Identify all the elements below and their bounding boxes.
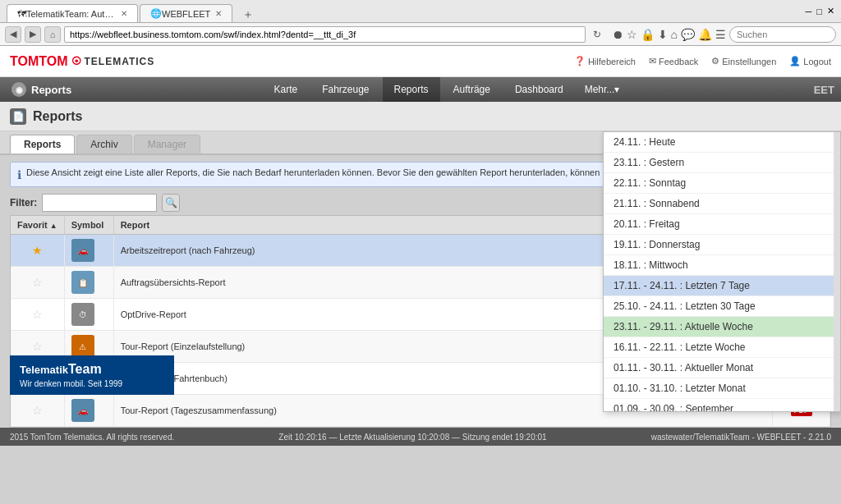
notification-icon[interactable]: 🔔 bbox=[698, 28, 712, 41]
back-button[interactable]: ◀ bbox=[5, 26, 21, 43]
home-button[interactable]: ⌂ bbox=[44, 26, 61, 43]
dropdown-date-item[interactable]: 22.11. : Sonntag bbox=[604, 173, 840, 194]
favorit-cell[interactable]: ☆ bbox=[11, 267, 64, 299]
chat-icon[interactable]: 💬 bbox=[681, 28, 695, 41]
tab-archiv[interactable]: Archiv bbox=[76, 135, 131, 153]
webfleet-text: EET bbox=[807, 77, 841, 102]
favorit-cell[interactable]: ★ bbox=[11, 235, 64, 267]
hilfebereich-link[interactable]: ❓ Hilfebereich bbox=[574, 56, 636, 66]
browser-titlebar: 🗺 TelematikTeam: Automotive T... ✕ 🌐 WEB… bbox=[0, 0, 841, 23]
tab2-favicon: 🌐 bbox=[150, 8, 162, 19]
tab1-label: TelematikTeam: Automotive T... bbox=[26, 9, 116, 19]
star-icon[interactable]: ★ bbox=[32, 244, 43, 257]
browser-search-input[interactable] bbox=[729, 26, 836, 43]
tab-manager: Manager bbox=[134, 135, 200, 153]
app-header: TOMTOM ⦿ TELEMATICS ❓ Hilfebereich ✉ Fee… bbox=[0, 46, 841, 77]
nav-fahrzeuge[interactable]: Fahrzeuge bbox=[310, 77, 380, 102]
download-icon[interactable]: ⬇ bbox=[658, 28, 668, 41]
filter-button[interactable]: 🔍 bbox=[162, 194, 180, 212]
tab1-close[interactable]: ✕ bbox=[121, 9, 127, 18]
content-area: Reports Archiv Manager ℹ Diese Ansicht z… bbox=[0, 131, 841, 428]
dropdown-scrollbar[interactable] bbox=[834, 132, 840, 411]
filter-label: Filter: bbox=[10, 197, 37, 208]
dropdown-date-item[interactable]: 23.11. - 29.11. : Aktuelle Woche bbox=[604, 317, 840, 337]
report-icon: ⏱ bbox=[71, 303, 94, 326]
favorit-cell[interactable]: ☆ bbox=[11, 299, 64, 331]
lock-icon[interactable]: 🔒 bbox=[641, 28, 655, 41]
filter-input[interactable] bbox=[42, 194, 157, 212]
symbol-cell: ⏱ bbox=[64, 299, 113, 331]
nav-karte[interactable]: Karte bbox=[262, 77, 309, 102]
browser-icons: ⏺ ☆ 🔒 ⬇ ⌂ 💬 🔔 ☰ bbox=[612, 28, 726, 41]
dropdown-date-item[interactable]: 01.11. - 30.11. : Aktueller Monat bbox=[604, 358, 840, 378]
tab-reports[interactable]: Reports bbox=[10, 135, 75, 153]
symbol-cell: 🚗 bbox=[64, 235, 113, 267]
maximize-button[interactable]: □ bbox=[816, 7, 822, 16]
report-icon: ⚠ bbox=[71, 335, 94, 358]
record-icon[interactable]: ⏺ bbox=[612, 28, 623, 41]
dropdown-items-container: 24.11. : Heute23.11. : Gestern22.11. : S… bbox=[604, 132, 840, 411]
logout-link[interactable]: 👤 Logout bbox=[789, 56, 831, 66]
favorit-cell[interactable]: ☆ bbox=[11, 395, 64, 427]
dropdown-date-item[interactable]: 25.10. - 24.11. : Letzten 30 Tage bbox=[604, 296, 840, 317]
tab-1[interactable]: 🗺 TelematikTeam: Automotive T... ✕ bbox=[7, 4, 138, 22]
brand-watermark: TelematikTeam Wir denken mobil. Seit 199… bbox=[10, 355, 174, 395]
dropdown-date-item[interactable]: 21.11. : Sonnabend bbox=[604, 194, 840, 214]
footer: 2015 TomTom Telematics. All rights reser… bbox=[0, 428, 841, 446]
new-tab-button[interactable]: ＋ bbox=[237, 7, 259, 22]
nav-logo-icon: ◉ bbox=[11, 82, 26, 97]
dropdown-date-item[interactable]: 17.11. - 24.11. : Letzten 7 Tage bbox=[604, 276, 840, 296]
forward-button[interactable]: ▶ bbox=[25, 26, 41, 43]
einstellungen-link[interactable]: ⚙ Einstellungen bbox=[711, 56, 776, 66]
dropdown-date-item[interactable]: 16.11. - 22.11. : Letzte Woche bbox=[604, 337, 840, 358]
close-button[interactable]: ✕ bbox=[827, 6, 834, 16]
feedback-link[interactable]: ✉ Feedback bbox=[649, 56, 698, 66]
dropdown-date-item[interactable]: 18.11. : Mittwoch bbox=[604, 255, 840, 276]
main-content: 📄 Reports Reports Archiv Manager ℹ Diese… bbox=[0, 102, 841, 428]
home2-icon[interactable]: ⌂ bbox=[671, 28, 678, 41]
symbol-cell: 🚗 bbox=[64, 395, 113, 427]
refresh-button[interactable]: ↻ bbox=[589, 26, 605, 43]
brand-name: TelematikTeam bbox=[20, 362, 164, 377]
dropdown-date-item[interactable]: 01.10. - 31.10. : Letzter Monat bbox=[604, 378, 840, 399]
star-icon[interactable]: ☆ bbox=[32, 276, 43, 289]
dropdown-date-item[interactable]: 01.09. - 30.09. : September bbox=[604, 399, 840, 411]
browser-tabs: 🗺 TelematikTeam: Automotive T... ✕ 🌐 WEB… bbox=[7, 0, 259, 22]
tomtom-logo: TOMTOM ⦿ TELEMATICS bbox=[10, 54, 154, 69]
dropdown-date-item[interactable]: 23.11. : Gestern bbox=[604, 153, 840, 173]
star-icon[interactable]: ☆ bbox=[32, 340, 43, 353]
nav-title: Reports bbox=[31, 84, 71, 96]
dropdown-date-item[interactable]: 20.11. : Freitag bbox=[604, 214, 840, 235]
minimize-button[interactable]: ─ bbox=[806, 7, 812, 16]
footer-version: wastewater/TelematikTeam - WEBFLEET - 2.… bbox=[651, 433, 831, 442]
report-icon: 🚗 bbox=[71, 399, 94, 422]
nav-reports[interactable]: Reports bbox=[383, 77, 440, 102]
col-symbol: Symbol bbox=[64, 216, 113, 235]
nav-dashboard[interactable]: Dashboard bbox=[503, 77, 575, 102]
page-header: 📄 Reports bbox=[0, 102, 841, 131]
symbol-cell: 📋 bbox=[64, 267, 113, 299]
navigation-bar: ◉ Reports Karte Fahrzeuge Reports Aufträ… bbox=[0, 77, 841, 102]
report-icon: 📋 bbox=[71, 271, 94, 294]
nav-auftraege[interactable]: Aufträge bbox=[442, 77, 502, 102]
col-favorit: Favorit ▲ bbox=[11, 216, 64, 235]
tab2-close[interactable]: ✕ bbox=[215, 9, 222, 18]
dropdown-items-list: 24.11. : Heute23.11. : Gestern22.11. : S… bbox=[604, 132, 840, 411]
info-icon: ℹ bbox=[17, 168, 21, 181]
menu-icon[interactable]: ☰ bbox=[715, 28, 726, 41]
logo-circle: ⦿ bbox=[71, 56, 81, 67]
nav-mehr[interactable]: Mehr... ▾ bbox=[577, 77, 628, 102]
star-browser-icon[interactable]: ☆ bbox=[627, 28, 637, 41]
brand-name1: Telematik bbox=[20, 364, 68, 376]
star-icon[interactable]: ☆ bbox=[32, 404, 43, 417]
dropdown-date-item[interactable]: 19.11. : Donnerstag bbox=[604, 235, 840, 255]
address-input[interactable] bbox=[64, 26, 586, 43]
report-icon: 🚗 bbox=[71, 239, 94, 262]
reports-icon: 📄 bbox=[10, 108, 26, 125]
browser-addressbar: ◀ ▶ ⌂ ↻ ⏺ ☆ 🔒 ⬇ ⌂ 💬 🔔 ☰ bbox=[0, 23, 841, 46]
footer-copyright: 2015 TomTom Telematics. All rights reser… bbox=[10, 433, 174, 442]
nav-items: Karte Fahrzeuge Reports Aufträge Dashboa… bbox=[83, 77, 807, 102]
tab-2[interactable]: 🌐 WEBFLEET ✕ bbox=[140, 4, 232, 22]
star-icon[interactable]: ☆ bbox=[32, 308, 43, 321]
dropdown-date-item[interactable]: 24.11. : Heute bbox=[604, 132, 840, 153]
